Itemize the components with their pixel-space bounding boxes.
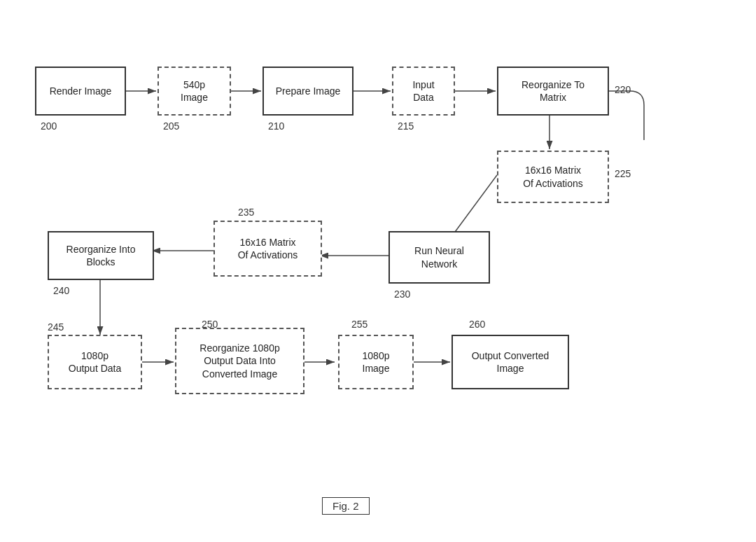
label-220: 220 [615,84,631,95]
output-data-1080p-box: 1080pOutput Data [48,335,142,389]
label-205: 205 [163,120,179,132]
image-540p-box: 540pImage [158,67,231,116]
diagram-container: Render Image 200 540pImage 205 Prepare I… [0,0,756,542]
render-image-box: Render Image [35,67,126,116]
label-260: 260 [469,319,485,330]
label-255: 255 [351,319,368,330]
matrix-16x16-top-box: 16x16 MatrixOf Activations [497,151,609,203]
label-215: 215 [398,120,414,132]
matrix-16x16-mid-box: 16x16 MatrixOf Activations [214,221,322,277]
output-converted-image-box: Output ConvertedImage [451,335,569,389]
label-250: 250 [202,319,218,330]
reorganize-to-matrix-box: Reorganize ToMatrix [497,67,609,116]
label-200: 200 [41,120,57,132]
prepare-image-box: Prepare Image [262,67,354,116]
label-245: 245 [48,321,64,333]
reorganize-1080p-box: Reorganize 1080pOutput Data IntoConverte… [175,328,304,394]
label-225: 225 [615,168,631,179]
image-1080p-box: 1080pImage [338,335,414,389]
run-neural-network-box: Run NeuralNetwork [388,231,490,284]
reorganize-into-blocks-box: Reorganize IntoBlocks [48,231,154,280]
input-data-box: InputData [392,67,455,116]
label-210: 210 [268,120,284,132]
label-240: 240 [53,285,69,296]
label-235: 235 [238,207,254,218]
figure-label: Fig. 2 [322,497,370,515]
label-230: 230 [394,289,410,300]
